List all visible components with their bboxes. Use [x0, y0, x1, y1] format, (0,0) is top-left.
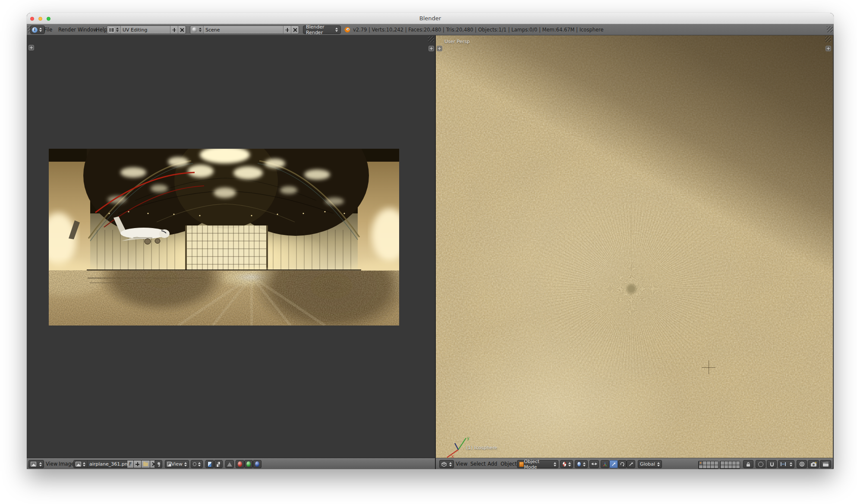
translate-manipulator-button[interactable]: [609, 460, 618, 468]
region-expand-button[interactable]: [825, 46, 831, 51]
area-corner-stripes[interactable]: [825, 36, 831, 42]
image-name-field[interactable]: airplane_361.png: [88, 460, 127, 468]
red-channel-button[interactable]: [236, 460, 244, 468]
manipulator-toggle[interactable]: [589, 460, 599, 468]
vp-menu-select[interactable]: Select: [470, 459, 485, 469]
titlebar: Blender: [27, 13, 834, 24]
blender-logo: [343, 26, 350, 33]
red-channel-icon: [238, 461, 242, 467]
scene-icon[interactable]: [190, 26, 204, 34]
uv-panorama-image[interactable]: [49, 149, 399, 326]
new-image-button[interactable]: [134, 460, 142, 468]
region-expand-button[interactable]: [28, 45, 34, 50]
camera-icon: [810, 462, 817, 467]
vp-menu-view[interactable]: View: [456, 459, 467, 469]
render-engine-select[interactable]: Blender Render: [303, 25, 341, 34]
render-engine-value: Blender Render: [306, 24, 334, 35]
active-object-label: (1) Icosphere: [466, 445, 498, 451]
checker-icon: [216, 461, 221, 467]
menu-file[interactable]: File: [44, 24, 52, 35]
viewport-shading-select[interactable]: [560, 460, 573, 468]
pin-button[interactable]: [154, 460, 162, 468]
screen-layout-icon[interactable]: [107, 26, 121, 34]
vp-menu-object[interactable]: Object: [501, 459, 517, 469]
menu-window[interactable]: Window: [78, 24, 97, 35]
rotate-icon: [620, 462, 624, 467]
viewport-view-label: User Persp: [444, 39, 470, 44]
add-layout-button[interactable]: [170, 26, 178, 34]
delete-layout-button[interactable]: [178, 26, 186, 34]
scale-manipulator-button[interactable]: [627, 460, 635, 468]
info-icon: i: [32, 27, 38, 33]
image-editor-icon: [31, 462, 36, 466]
lock-icon: [746, 462, 751, 467]
area-corner-stripes[interactable]: [428, 36, 434, 42]
layers-grid-1[interactable]: [698, 461, 718, 469]
manipulator-toggle-icon: [592, 462, 597, 466]
uv-view-mode-value: View: [171, 461, 183, 467]
uv-view-mode-select[interactable]: View: [165, 460, 189, 468]
pivot-icon: [193, 462, 196, 466]
blue-channel-button[interactable]: [253, 460, 262, 468]
proportional-edit-button[interactable]: [756, 460, 766, 468]
green-channel-button[interactable]: [244, 460, 253, 468]
region-expand-button[interactable]: [428, 46, 434, 51]
snap-toggle-button[interactable]: [767, 460, 777, 468]
fake-user-button[interactable]: F: [127, 460, 134, 468]
uv-sync-icon: [208, 461, 212, 467]
viewport-diagonal-shadow: [436, 35, 833, 458]
editor-type-button-image[interactable]: [28, 460, 44, 468]
browse-image-button[interactable]: [74, 460, 88, 468]
clapperboard-icon: [822, 462, 829, 467]
uv-menu-view[interactable]: View: [46, 459, 57, 469]
pivot-sphere-icon: [577, 461, 581, 467]
delete-scene-button[interactable]: [291, 26, 299, 34]
open-image-button[interactable]: [142, 460, 150, 468]
pivot-point-select[interactable]: [575, 460, 588, 468]
screen-layout-selector[interactable]: UV Editing: [107, 25, 186, 34]
shading-sphere-icon: [562, 461, 567, 467]
uv-sync-toggle[interactable]: [205, 460, 214, 468]
axis-y-label: y: [467, 436, 469, 441]
mode-select[interactable]: Object Mode: [517, 460, 558, 468]
scene-name[interactable]: Scene: [204, 26, 284, 34]
cursor-crosshair: [702, 360, 715, 374]
menu-render[interactable]: Render: [58, 24, 76, 35]
rotate-manipulator-button[interactable]: [618, 460, 627, 468]
proportional-circle-icon: [758, 462, 763, 467]
blender-window: Blender i File Render Window Help UV Edi…: [27, 13, 834, 469]
render-image-button[interactable]: [808, 460, 819, 468]
uv-menu-image[interactable]: Image: [59, 459, 74, 469]
viewport-3d[interactable]: User Persp x y (1) Icosphere: [436, 35, 833, 469]
scene-selector[interactable]: Scene: [190, 25, 299, 34]
screenshot-canvas: Blender i File Render Window Help UV Edi…: [0, 0, 857, 504]
layers-grid-2[interactable]: [720, 461, 740, 469]
snap-pixel-toggle[interactable]: [214, 460, 223, 468]
editor-type-button-3d[interactable]: [439, 460, 454, 468]
resize-corner-stripes[interactable]: [827, 26, 833, 32]
lock-to-scene-button[interactable]: [743, 460, 753, 468]
snap-element-select[interactable]: [778, 460, 794, 468]
window-title: Blender: [27, 13, 834, 24]
blue-channel-icon: [255, 461, 259, 467]
screen-layout-name[interactable]: UV Editing: [121, 26, 170, 34]
snap-element-icon: [780, 462, 786, 466]
normalized-coords-toggle[interactable]: [225, 460, 234, 468]
manipulator-axes-button[interactable]: [601, 460, 609, 468]
region-expand-button[interactable]: [437, 46, 442, 51]
orientation-value: Global: [640, 461, 655, 467]
menu-help[interactable]: Help: [96, 24, 107, 35]
uv-image-editor[interactable]: View Image airplane_361.png F: [27, 35, 436, 469]
top-menubar: i File Render Window Help UV Editing Sce…: [27, 24, 834, 35]
editor-type-button-info[interactable]: i: [30, 25, 45, 34]
vp-menu-add[interactable]: Add: [488, 459, 497, 469]
triangle-icon: [227, 462, 232, 466]
uv-pivot-select[interactable]: [191, 460, 203, 468]
render-animation-button[interactable]: [820, 460, 831, 468]
transform-orientation-select[interactable]: Global: [638, 460, 662, 468]
add-scene-button[interactable]: [284, 26, 291, 34]
editor-content: View Image airplane_361.png F: [27, 35, 834, 469]
scene-statistics: v2.79 | Verts:10,242 | Faces:20,480 | Tr…: [353, 24, 604, 35]
folder-icon: [143, 463, 148, 466]
opengl-render-button[interactable]: [797, 460, 807, 468]
